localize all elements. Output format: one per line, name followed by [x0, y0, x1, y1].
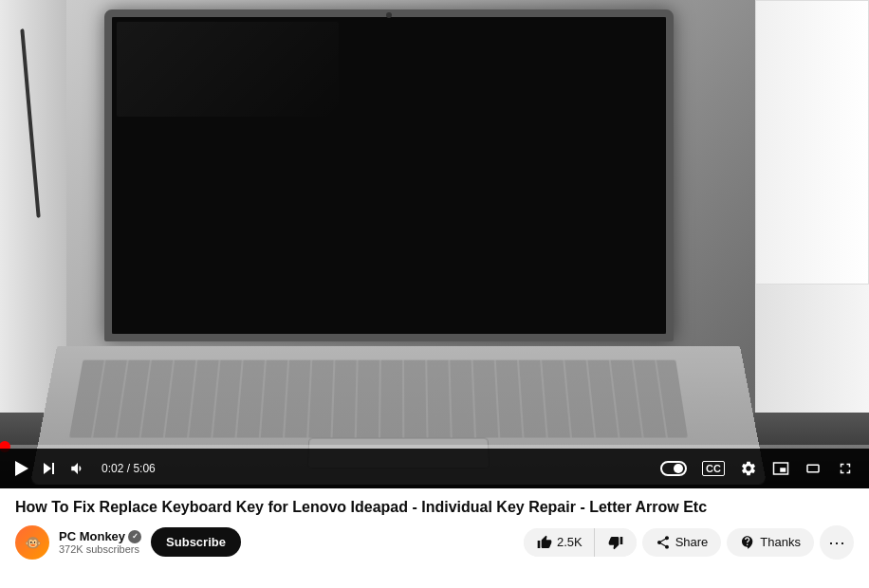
- subscriber-count: 372K subscribers: [59, 543, 141, 555]
- theater-button[interactable]: [801, 456, 825, 481]
- screen-reflection: [117, 22, 339, 117]
- settings-icon: [740, 460, 757, 477]
- skip-button[interactable]: [40, 459, 58, 478]
- controls-bar: 0:02 / 5:06 CC: [0, 449, 869, 488]
- settings-button[interactable]: [736, 456, 761, 481]
- thanks-button[interactable]: Thanks: [727, 528, 814, 557]
- fullscreen-button[interactable]: [833, 456, 858, 481]
- theater-icon: [804, 460, 822, 477]
- like-dislike-group: 2.5K: [524, 528, 637, 557]
- play-button[interactable]: [11, 457, 32, 480]
- cc-button[interactable]: CC: [698, 457, 729, 480]
- video-player[interactable]: 0:02 / 5:06 CC: [0, 0, 869, 488]
- laptop-screen: [104, 9, 674, 341]
- verified-badge: ✓: [128, 530, 141, 543]
- channel-left: 🐵 PC Monkey ✓ 372K subscribers Subscribe: [15, 525, 241, 560]
- volume-icon: [69, 460, 86, 477]
- video-info: How To Fix Replace Keyboard Key for Leno…: [0, 488, 869, 567]
- miniplayer-icon: [772, 460, 789, 477]
- keyboard-keys: [69, 360, 688, 438]
- like-button[interactable]: 2.5K: [524, 528, 595, 557]
- skip-icon: [44, 463, 54, 474]
- channel-row: 🐵 PC Monkey ✓ 372K subscribers Subscribe…: [15, 525, 854, 560]
- autoplay-button[interactable]: [656, 457, 691, 480]
- channel-name-text: PC Monkey: [59, 529, 125, 543]
- cc-icon: CC: [702, 461, 725, 476]
- thanks-label: Thanks: [760, 535, 801, 549]
- thanks-icon: [740, 535, 755, 550]
- channel-avatar[interactable]: 🐵: [15, 525, 49, 560]
- laptop: [57, 9, 768, 474]
- like-icon: [537, 535, 552, 550]
- dislike-icon: [608, 535, 623, 550]
- right-controls: CC: [656, 456, 858, 481]
- volume-button[interactable]: [65, 456, 90, 481]
- share-label: Share: [675, 535, 709, 549]
- more-options-button[interactable]: ⋯: [820, 525, 854, 560]
- video-title: How To Fix Replace Keyboard Key for Leno…: [15, 498, 854, 518]
- channel-name: PC Monkey ✓: [59, 529, 141, 543]
- fullscreen-icon: [837, 460, 854, 477]
- time-display: 0:02 / 5:06: [102, 462, 156, 475]
- share-button[interactable]: Share: [642, 528, 722, 557]
- total-time: 5:06: [133, 462, 155, 475]
- play-icon: [15, 461, 28, 476]
- share-icon: [656, 535, 671, 550]
- miniplayer-button[interactable]: [768, 456, 793, 481]
- subscribe-button[interactable]: Subscribe: [151, 527, 241, 557]
- toggle-dot: [674, 464, 683, 473]
- webcam: [386, 12, 392, 18]
- dislike-button[interactable]: [595, 528, 637, 557]
- screen-inner: [112, 17, 666, 334]
- skip-triangle-1: [44, 463, 51, 474]
- action-buttons: 2.5K Share Thanks: [524, 525, 854, 560]
- white-box: [755, 0, 869, 285]
- autoplay-toggle: [660, 461, 687, 476]
- channel-name-block: PC Monkey ✓ 372K subscribers: [59, 529, 141, 555]
- like-count: 2.5K: [557, 535, 582, 549]
- skip-line: [52, 463, 54, 474]
- video-thumbnail: [0, 0, 869, 488]
- more-dots-icon: ⋯: [828, 532, 845, 553]
- current-time: 0:02: [102, 462, 123, 475]
